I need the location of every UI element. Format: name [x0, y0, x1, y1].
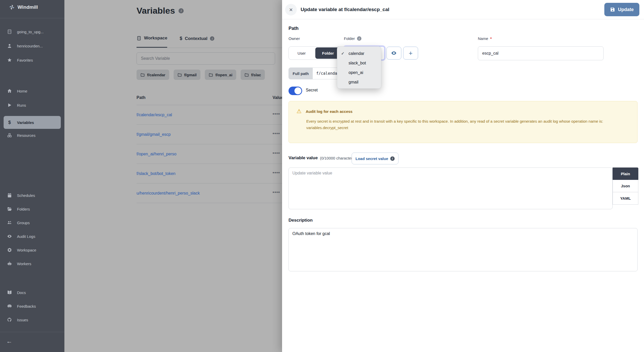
owner-user-option[interactable]: User [289, 47, 315, 60]
favorites-label: Favorites [17, 58, 33, 62]
dropdown-option-gmail[interactable]: gmail [337, 77, 381, 87]
drawer-header: × Update variable at f/calendar/escp_cal… [282, 0, 644, 19]
groups-label: Groups [17, 221, 30, 225]
account-label: henricourden... [17, 44, 43, 48]
drawer-title: Update variable at f/calendar/escp_cal [301, 7, 389, 12]
sidebar-item-variables[interactable]: $ Variables [4, 116, 61, 129]
app-logo[interactable]: Windmill [9, 4, 38, 10]
load-secret-value-button[interactable]: Load secret value i [352, 153, 399, 164]
eye-icon [7, 234, 12, 239]
sidebar-item-issues[interactable]: Issues [0, 316, 64, 323]
path-section-heading: Path [289, 26, 299, 31]
warning-icon: ⚠ [296, 108, 302, 114]
drawer-backdrop[interactable] [64, 0, 282, 352]
github-icon [7, 317, 12, 322]
workers-label: Workers [17, 262, 31, 266]
secret-label: Secret [306, 88, 318, 93]
format-tab-yaml[interactable]: YAML [613, 192, 638, 205]
sidebar-item-folders[interactable]: Folders [0, 206, 64, 212]
info-icon: i [390, 156, 395, 161]
owner-label: Owner [289, 36, 300, 41]
workspace-switcher-label: going_to_upg... [17, 30, 44, 34]
info-icon[interactable]: i [357, 36, 361, 41]
issues-label: Issues [17, 318, 28, 322]
sidebar-item-workspace[interactable]: Workspace [0, 247, 64, 253]
discord-icon [7, 304, 12, 309]
description-textarea[interactable]: OAuth token for gcal [289, 228, 638, 271]
owner-kind-toggle: User Folder [289, 46, 342, 60]
gear-icon [7, 247, 12, 253]
eye-icon [391, 50, 397, 56]
dropdown-option-open-ai[interactable]: open_ai [337, 68, 381, 77]
resources-label: Resources [17, 133, 36, 138]
folder-dropdown-menu: ✓ calendar slack_bot open_ai gmail [337, 46, 381, 89]
workspace-switcher[interactable]: going_to_upg... [0, 28, 64, 35]
check-icon: ✓ [341, 51, 344, 56]
schedules-label: Schedules [17, 193, 35, 198]
cubes-icon [7, 133, 12, 138]
app-logo-label: Windmill [18, 4, 38, 10]
format-tab-plain[interactable]: Plain [613, 167, 638, 180]
runs-label: Runs [17, 103, 26, 107]
dropdown-option-calendar[interactable]: ✓ calendar [337, 49, 381, 58]
plus-icon: + [409, 49, 412, 57]
audit-log-notice: ⚠ Audit log for each access Every secret… [289, 101, 638, 143]
book-icon [7, 290, 12, 295]
sidebar-item-favorites[interactable]: Favorites [0, 57, 64, 63]
sidebar-item-resources[interactable]: Resources [0, 132, 64, 139]
sidebar-divider [0, 332, 64, 332]
home-label: Home [17, 89, 27, 93]
collapse-sidebar-button[interactable]: ← [6, 338, 12, 345]
variable-value-heading: Variable value [289, 155, 318, 161]
audit-notice-body: Every secret is encrypted at rest and in… [306, 118, 615, 131]
arrow-left-icon: ← [6, 338, 12, 345]
description-heading: Description [289, 218, 313, 223]
view-folder-button[interactable] [386, 47, 401, 60]
value-format-tabs: Plain Json YAML [613, 167, 638, 205]
variable-value-textarea[interactable] [289, 167, 613, 209]
audit-logs-label: Audit Logs [17, 234, 35, 239]
sidebar-item-workers[interactable]: Workers [0, 260, 64, 267]
play-icon [7, 103, 12, 108]
robot-icon [7, 261, 12, 266]
sidebar-item-schedules[interactable]: Schedules [0, 192, 64, 199]
account-menu[interactable]: henricourden... [0, 43, 64, 49]
feedbacks-label: Feedbacks [17, 304, 36, 308]
dollar-icon: $ [7, 120, 12, 125]
windmill-logo-icon [9, 4, 15, 10]
sidebar-item-runs[interactable]: Runs [0, 102, 64, 108]
workspace-label: Workspace [17, 248, 36, 252]
user-icon [7, 43, 12, 48]
users-icon [7, 220, 12, 225]
update-button[interactable]: Update [604, 3, 639, 16]
audit-notice-title: Audit log for each access [306, 109, 353, 114]
star-icon [7, 57, 12, 63]
folders-label: Folders [17, 207, 30, 211]
folder-open-icon [7, 206, 12, 212]
folder-label: Folder i [344, 36, 361, 41]
building-icon [7, 29, 12, 34]
sidebar-divider [0, 18, 64, 18]
variable-name-input[interactable] [478, 46, 604, 60]
close-icon[interactable]: × [285, 4, 297, 15]
toggle-knob [294, 87, 301, 94]
variables-label: Variables [17, 120, 34, 125]
sidebar-item-home[interactable]: Home [0, 88, 64, 94]
docs-label: Docs [17, 290, 26, 295]
secret-toggle[interactable] [289, 87, 302, 95]
sidebar-item-groups[interactable]: Groups [0, 219, 64, 226]
save-icon [610, 7, 615, 12]
update-variable-drawer: × Update variable at f/calendar/escp_cal… [282, 0, 644, 352]
format-tab-json[interactable]: Json [613, 180, 638, 192]
home-icon [7, 88, 12, 94]
required-mark: * [490, 36, 492, 41]
dropdown-option-slack-bot[interactable]: slack_bot [337, 58, 381, 68]
sidebar-item-feedbacks[interactable]: Feedbacks [0, 303, 64, 309]
add-folder-button[interactable]: + [403, 47, 418, 60]
full-path-label: Full path [289, 68, 313, 79]
sidebar: Windmill going_to_upg... henricourden...… [0, 0, 64, 352]
name-label: Name * [478, 36, 492, 41]
character-counter: (0/10000 characters) [320, 156, 355, 160]
sidebar-item-audit-logs[interactable]: Audit Logs [0, 233, 64, 240]
sidebar-item-docs[interactable]: Docs [0, 289, 64, 296]
